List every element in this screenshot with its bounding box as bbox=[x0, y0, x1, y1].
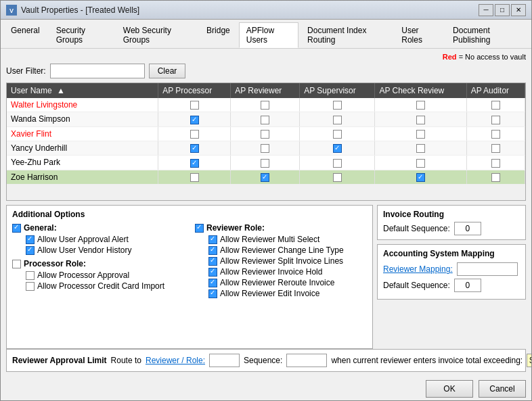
reviewer-role-link[interactable]: Reviewer / Role: bbox=[146, 356, 205, 365]
ap_sup-cell[interactable] bbox=[300, 126, 375, 141]
ap_sup-cell[interactable] bbox=[300, 141, 375, 155]
ap_rev-cell[interactable] bbox=[231, 156, 300, 170]
ap_check-checkbox[interactable] bbox=[416, 101, 425, 110]
ap_audit-cell[interactable] bbox=[466, 98, 525, 112]
amount-input[interactable] bbox=[527, 354, 531, 367]
general-checkbox[interactable] bbox=[12, 224, 21, 233]
ap_sup-checkbox[interactable] bbox=[333, 173, 342, 182]
ap_check-cell[interactable] bbox=[375, 112, 466, 126]
ap_rev-checkbox[interactable] bbox=[261, 173, 269, 182]
reviewer-role-checkbox[interactable] bbox=[195, 224, 204, 233]
ap_check-checkbox[interactable] bbox=[416, 116, 425, 124]
ap_sup-cell[interactable] bbox=[300, 170, 375, 184]
ap_proc-cell[interactable] bbox=[158, 141, 231, 155]
close-button[interactable]: ✕ bbox=[511, 4, 526, 16]
ap_check-checkbox[interactable] bbox=[416, 159, 425, 168]
table-row[interactable]: Wanda Simpson bbox=[7, 112, 525, 126]
ap_proc-cell[interactable] bbox=[158, 126, 231, 141]
am-default-sequence-input[interactable] bbox=[454, 279, 481, 292]
ap_sup-checkbox[interactable] bbox=[333, 101, 342, 110]
ap_rev-checkbox[interactable] bbox=[261, 159, 269, 168]
multi-select-checkbox[interactable] bbox=[208, 235, 217, 244]
table-row[interactable]: Yee-Zhu Park bbox=[7, 156, 525, 170]
tab-general[interactable]: General bbox=[3, 22, 47, 48]
ap_rev-checkbox[interactable] bbox=[261, 116, 269, 124]
col-ap-supervisor[interactable]: AP Supervisor bbox=[300, 83, 375, 98]
reviewer-mapping-link[interactable]: Reviewer Mapping: bbox=[383, 264, 453, 274]
reviewer-mapping-input[interactable] bbox=[457, 262, 518, 276]
ap_proc-cell[interactable] bbox=[158, 112, 231, 126]
processor-approval-checkbox[interactable] bbox=[26, 271, 35, 280]
table-row[interactable]: Walter Livingstone bbox=[7, 98, 525, 112]
invoice-hold-checkbox[interactable] bbox=[208, 268, 217, 277]
ap_sup-cell[interactable] bbox=[300, 112, 375, 126]
ap_audit-cell[interactable] bbox=[466, 141, 525, 155]
filter-input[interactable] bbox=[50, 64, 145, 78]
processor-role-checkbox[interactable] bbox=[12, 260, 21, 268]
ap_check-cell[interactable] bbox=[375, 126, 466, 141]
minimize-button[interactable]: ─ bbox=[479, 4, 493, 16]
ap_sup-checkbox[interactable] bbox=[333, 130, 342, 139]
ap_rev-cell[interactable] bbox=[231, 170, 300, 184]
tab-security-groups[interactable]: Security Groups bbox=[49, 22, 114, 48]
table-row[interactable]: Zoe Harrison bbox=[7, 170, 525, 184]
sequence-input[interactable] bbox=[286, 354, 327, 367]
ap_rev-cell[interactable] bbox=[231, 98, 300, 112]
ap_proc-checkbox[interactable] bbox=[190, 173, 199, 182]
ap_sup-checkbox[interactable] bbox=[333, 159, 342, 168]
col-ap-processor[interactable]: AP Processor bbox=[158, 83, 231, 98]
vendor-history-checkbox[interactable] bbox=[26, 246, 35, 255]
split-invoice-checkbox[interactable] bbox=[208, 257, 217, 266]
ap_audit-checkbox[interactable] bbox=[491, 130, 500, 139]
ap_rev-cell[interactable] bbox=[231, 141, 300, 155]
ap_sup-cell[interactable] bbox=[300, 98, 375, 112]
ap_proc-checkbox[interactable] bbox=[190, 130, 199, 139]
cancel-button[interactable]: Cancel bbox=[479, 380, 526, 398]
ap_proc-checkbox[interactable] bbox=[190, 101, 199, 110]
maximize-button[interactable]: □ bbox=[495, 4, 510, 16]
ap_proc-checkbox[interactable] bbox=[190, 116, 199, 124]
ap_rev-cell[interactable] bbox=[231, 126, 300, 141]
credit-card-import-checkbox[interactable] bbox=[26, 282, 35, 291]
change-line-type-checkbox[interactable] bbox=[208, 246, 217, 255]
ap_rev-checkbox[interactable] bbox=[261, 101, 269, 110]
clear-filter-button[interactable]: Clear bbox=[149, 64, 186, 78]
ap_audit-checkbox[interactable] bbox=[491, 144, 500, 153]
tab-document-publishing[interactable]: Document Publishing bbox=[445, 22, 527, 48]
ap_audit-cell[interactable] bbox=[466, 126, 525, 141]
default-sequence-input[interactable] bbox=[454, 222, 481, 235]
ap_audit-cell[interactable] bbox=[466, 170, 525, 184]
edit-invoice-checkbox[interactable] bbox=[208, 289, 217, 298]
ap_rev-checkbox[interactable] bbox=[261, 130, 269, 139]
reviewer-value-input[interactable] bbox=[209, 354, 240, 367]
ap_proc-checkbox[interactable] bbox=[190, 144, 199, 153]
tab-apflow-users[interactable]: APFlow Users bbox=[239, 22, 298, 48]
ap_check-cell[interactable] bbox=[375, 156, 466, 170]
ap_check-checkbox[interactable] bbox=[416, 173, 425, 182]
table-row[interactable]: Yancy Underhill bbox=[7, 141, 525, 155]
tab-web-security-groups[interactable]: Web Security Groups bbox=[116, 22, 198, 48]
ap_audit-checkbox[interactable] bbox=[491, 173, 500, 182]
ap_audit-cell[interactable] bbox=[466, 112, 525, 126]
ap_sup-checkbox[interactable] bbox=[333, 116, 342, 124]
ap_audit-checkbox[interactable] bbox=[491, 116, 500, 124]
reroute-invoice-checkbox[interactable] bbox=[208, 279, 217, 287]
ap_rev-checkbox[interactable] bbox=[261, 144, 269, 153]
ap_check-checkbox[interactable] bbox=[416, 144, 425, 153]
ap_rev-cell[interactable] bbox=[231, 112, 300, 126]
ap_check-cell[interactable] bbox=[375, 141, 466, 155]
tab-user-roles[interactable]: User Roles bbox=[394, 22, 444, 48]
tab-bridge[interactable]: Bridge bbox=[199, 22, 238, 48]
ap_check-cell[interactable] bbox=[375, 98, 466, 112]
ap_proc-cell[interactable] bbox=[158, 98, 231, 112]
col-ap-reviewer[interactable]: AP Reviewer bbox=[231, 83, 300, 98]
ok-button[interactable]: OK bbox=[426, 380, 473, 398]
ap_audit-checkbox[interactable] bbox=[491, 159, 500, 168]
ap_sup-cell[interactable] bbox=[300, 156, 375, 170]
ap_proc-cell[interactable] bbox=[158, 170, 231, 184]
col-ap-check-review[interactable]: AP Check Review bbox=[375, 83, 466, 98]
ap_check-checkbox[interactable] bbox=[416, 130, 425, 139]
ap_proc-checkbox[interactable] bbox=[190, 159, 199, 168]
table-row[interactable]: Xavier Flint bbox=[7, 126, 525, 141]
col-ap-auditor[interactable]: AP Auditor bbox=[466, 83, 525, 98]
